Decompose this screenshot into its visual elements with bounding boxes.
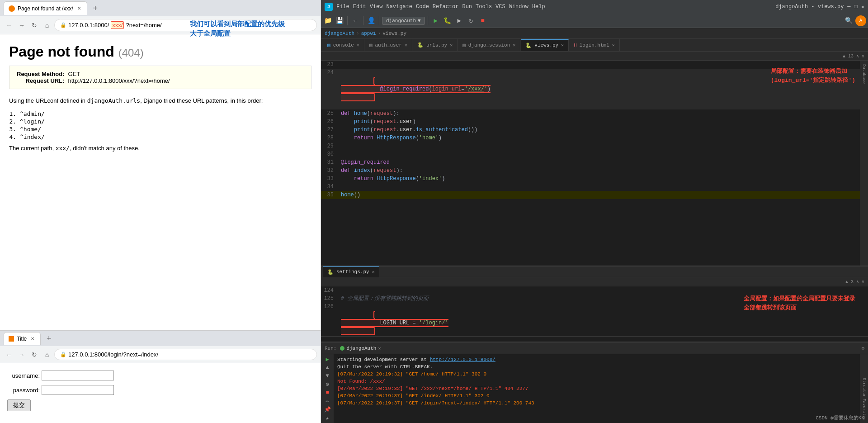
tab-console[interactable]: ▤ console ✕ (323, 39, 364, 51)
breadcrumb-file[interactable]: views.py (382, 31, 406, 36)
ide-menu-view[interactable]: View (370, 4, 383, 10)
page-text-2: The current path, xxx/, didn't match any… (9, 144, 311, 153)
b2-refresh-button[interactable]: ↻ (29, 349, 40, 360)
run-line-2: Quit the server with CTRL-BREAK. (337, 363, 856, 371)
browser2-address-input[interactable]: 🔒 127.0.0.1:8000/login/?next=/index/ (54, 349, 317, 360)
tab-session-close[interactable]: ✕ (513, 43, 515, 48)
settings-code-area: 124 125 # 全局配置：没有登陆跳转到的页面 126 LOGIN_URL … (321, 286, 868, 336)
run-settings-btn[interactable]: ⚙ (861, 345, 864, 351)
browser2-tab-title: Title (17, 336, 27, 342)
run-down-btn[interactable]: ▼ (323, 373, 332, 379)
run-line-1: Starting development server at http://12… (337, 356, 856, 363)
run-play-btn[interactable]: ▶ (323, 356, 332, 363)
url-pattern-login: ^login/ (20, 118, 311, 125)
settings-tab[interactable]: 🐍 settings.py ✕ (323, 266, 379, 277)
tab-console-close[interactable]: ✕ (357, 43, 359, 48)
ide-menu-run[interactable]: Run (462, 4, 472, 10)
password-input[interactable] (42, 385, 114, 395)
request-method-label: Request Method: (17, 71, 68, 77)
username-input[interactable] (42, 371, 114, 380)
csdn-watermark: CSDN @需要休息的KK (816, 414, 864, 421)
maximize-button[interactable]: □ (854, 4, 858, 10)
tab-urls-icon: 🐍 (417, 42, 424, 48)
browser2-new-tab[interactable]: + (42, 332, 55, 345)
minimize-button[interactable]: ─ (847, 4, 850, 10)
toolbar-back-btn[interactable]: ← (350, 16, 360, 26)
run-line-4: Not Found: /xxx/ (337, 378, 856, 385)
b2-forward-button[interactable]: → (16, 349, 27, 360)
database-label: Database (862, 64, 866, 84)
toolbar-run2-btn[interactable]: ▶ (454, 16, 464, 26)
tab-views-py[interactable]: 🐍 views.py ✕ (521, 39, 569, 51)
toolbar-search-btn[interactable]: 🔍 (844, 16, 854, 26)
toolbar-run-btn[interactable]: ▶ (431, 16, 441, 26)
tab-login-close[interactable]: ✕ (612, 43, 615, 48)
toolbar-save-btn[interactable]: 💾 (335, 16, 344, 26)
breadcrumb-project[interactable]: djangoAuth (325, 31, 354, 36)
submit-button[interactable]: 提交 (7, 399, 31, 411)
address-prefix: 127.0.0.1:8000/ (68, 22, 109, 29)
tab-urls-py[interactable]: 🐍 urls.py ✕ (413, 39, 458, 51)
run-stop-btn[interactable]: ■ (323, 390, 332, 396)
browser2-tab[interactable]: Title ✕ (4, 332, 41, 345)
toolbar-open-btn[interactable]: 📁 (323, 16, 333, 26)
ide-menu-vcs[interactable]: VCS (495, 4, 505, 10)
tab-auth-icon: ▤ (369, 42, 373, 48)
home-button[interactable]: ⌂ (42, 20, 52, 31)
b2-home-button[interactable]: ⌂ (42, 349, 52, 360)
tab-login-html[interactable]: H login.html ✕ (569, 39, 620, 51)
ide-menu-help[interactable]: Help (532, 4, 545, 10)
forward-button[interactable]: → (16, 20, 27, 31)
close-button[interactable]: ✕ (861, 4, 864, 10)
back-button[interactable]: ← (4, 20, 14, 31)
ide-panel: J File Edit View Navigate Code Refactor … (321, 0, 868, 423)
address-input[interactable]: 🔒 127.0.0.1:8000/xxx/?next=/home/ (54, 19, 317, 31)
run-star-btn[interactable]: ★ (323, 415, 332, 422)
run-pin-btn[interactable]: 📌 (323, 406, 332, 413)
refresh-button[interactable]: ↻ (29, 20, 40, 31)
toolbar-stop-btn[interactable]: ■ (478, 16, 488, 26)
tab-urls-close[interactable]: ✕ (450, 43, 453, 48)
toolbar-debug-btn[interactable]: 🐛 (443, 16, 453, 26)
settings-tab-close[interactable]: ✕ (372, 269, 375, 275)
run-panel: Run: djangoAuth ✕ ⚙ ▶ ▲ ▼ ⚙ ■ ✏ 📌 ★ Star… (321, 342, 868, 423)
toolbar-profile-btn[interactable]: A (855, 15, 866, 26)
new-tab-button[interactable]: + (89, 2, 102, 14)
browser1-tab[interactable]: Page not found at /xxx/ ✕ (4, 1, 87, 15)
ide-menu-code[interactable]: Code (416, 4, 429, 10)
run-line-5: [07/Mar/2022 20:19:32] "GET /xxx/?next=/… (337, 385, 856, 392)
toolbar-user-btn[interactable]: 👤 (366, 16, 376, 26)
settings-tab-bar: 🐍 settings.py ✕ (321, 266, 868, 277)
dropdown-arrow: ▼ (418, 18, 421, 24)
code-line-32: 32 def index(request): (321, 166, 868, 175)
ide-menu-navigate[interactable]: Navigate (386, 4, 412, 10)
run-sidebar: ▶ ▲ ▼ ⚙ ■ ✏ 📌 ★ (321, 354, 334, 423)
run-settings2-btn[interactable]: ⚙ (323, 381, 332, 388)
tab-auth-user[interactable]: ▤ auth_user ✕ (365, 39, 412, 51)
run-edit-btn[interactable]: ✏ (323, 398, 332, 404)
views-line-count: ▲ 13 ∧ ∨ (843, 53, 864, 59)
server-url-link[interactable]: http://127.0.0.1:8000/ (430, 357, 495, 362)
project-dropdown[interactable]: djangoAuth ▼ (382, 17, 425, 25)
ide-menu-window[interactable]: Window (509, 4, 528, 10)
breadcrumb-app[interactable]: app01 (361, 31, 376, 36)
tab-views-close[interactable]: ✕ (561, 43, 564, 48)
code-line-27: 27 print(request.user.is_authenticated()… (321, 126, 868, 134)
tab-django-session[interactable]: ▤ django_session ✕ (458, 39, 520, 51)
b2-back-button[interactable]: ← (4, 349, 14, 360)
toolbar-resume-btn[interactable]: ↻ (466, 16, 476, 26)
ide-menu-refactor[interactable]: Refactor (433, 4, 459, 10)
ide-toolbar: 📁 💾 ← 👤 djangoAuth ▼ ▶ 🐛 ▶ ↻ ■ 🔍 A (321, 14, 868, 28)
request-url-label: Request URL: (17, 77, 68, 84)
ide-menu-edit[interactable]: Edit (353, 4, 366, 10)
tab-close-button[interactable]: ✕ (76, 5, 82, 12)
code-line-28: 28 return HttpResponse('home') (321, 134, 868, 142)
run-tab-djangoauth[interactable]: djangoAuth ✕ (340, 346, 381, 351)
ide-menu-tools[interactable]: Tools (476, 4, 492, 10)
ide-menu-file[interactable]: File (336, 4, 349, 10)
run-up-btn[interactable]: ▲ (323, 365, 332, 371)
tab-auth-close[interactable]: ✕ (405, 43, 407, 48)
tab-login-icon: H (574, 43, 577, 48)
browser2-tab-close[interactable]: ✕ (29, 336, 36, 342)
run-tab-close[interactable]: ✕ (378, 346, 381, 351)
